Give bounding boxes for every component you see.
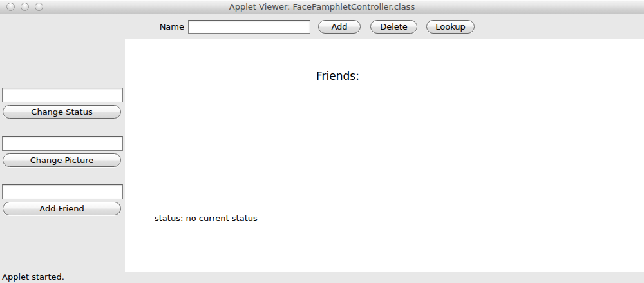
change-picture-button[interactable]: Change Picture (3, 153, 121, 167)
name-input[interactable] (188, 20, 310, 34)
applet-canvas: Friends: status: no current status (125, 39, 644, 272)
add-friend-input[interactable] (2, 184, 123, 199)
friends-heading: Friends: (316, 70, 359, 83)
titlebar: Applet Viewer: FacePamphletController.cl… (0, 0, 644, 14)
add-friend-button[interactable]: Add Friend (3, 202, 121, 215)
delete-button[interactable]: Delete (370, 20, 417, 34)
change-picture-input[interactable] (2, 136, 123, 151)
profile-status-text: status: no current status (155, 213, 258, 223)
name-label: Name (134, 22, 184, 32)
statusbar-message: Applet started. (2, 272, 64, 282)
window-title: Applet Viewer: FacePamphletController.cl… (0, 0, 644, 14)
change-status-button[interactable]: Change Status (3, 105, 121, 119)
change-status-input[interactable] (2, 88, 123, 102)
lookup-button[interactable]: Lookup (426, 20, 475, 34)
add-button[interactable]: Add (318, 20, 361, 34)
